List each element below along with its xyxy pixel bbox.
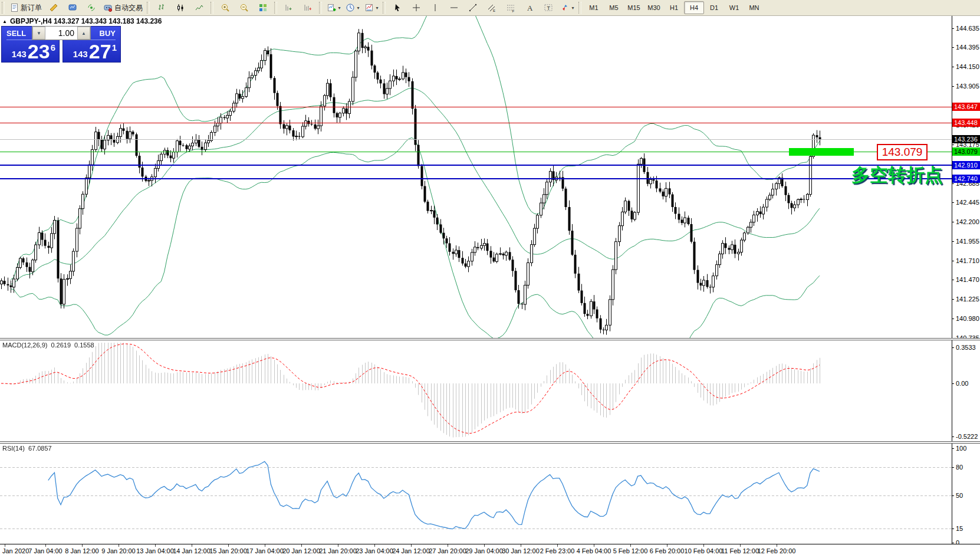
macd-tick — [952, 383, 954, 384]
text-button[interactable]: A — [520, 1, 539, 15]
volume-decrease-button[interactable]: ▾ — [32, 27, 45, 40]
cursor-button[interactable] — [388, 1, 407, 15]
crosshair-button[interactable] — [407, 1, 426, 15]
mt4-window: 新订单自动交易▾▾▾EFAT▾M1M5M15M30H1H4D1W1MN ▲ GB… — [0, 0, 980, 558]
rsi-tick-label: 80 — [956, 464, 963, 471]
vertical-line-button[interactable] — [426, 1, 445, 15]
equidistant-channel-button[interactable]: E — [482, 1, 501, 15]
horizontal-line-142.74[interactable] — [0, 178, 952, 179]
price-tick — [952, 47, 954, 48]
time-tick — [667, 544, 667, 547]
horizontal-line-143.448[interactable] — [0, 123, 952, 123]
horizontal-line-button[interactable] — [445, 1, 463, 15]
autotrading-button[interactable]: 自动交易 — [101, 1, 145, 15]
horizontal-line-143.647[interactable] — [0, 107, 952, 107]
time-tick — [228, 544, 229, 547]
indicators-button[interactable]: ▾ — [324, 1, 343, 15]
price-tick — [952, 241, 954, 242]
timeframe-m1-button[interactable]: M1 — [584, 1, 604, 14]
arrows-icon — [560, 3, 570, 12]
price-chart-canvas[interactable] — [0, 15, 952, 338]
timeframe-d1-button[interactable]: D1 — [704, 1, 724, 14]
time-tick — [777, 544, 777, 547]
volume-input[interactable]: 1.00 — [45, 27, 77, 40]
periods-button[interactable]: ▾ — [343, 1, 362, 15]
timeframe-w1-button[interactable]: W1 — [724, 1, 744, 14]
time-label: 6 Feb 20:00 — [650, 547, 685, 554]
horizontal-line-143.236[interactable] — [0, 139, 952, 140]
chart-marker-icon: ▲ — [2, 19, 7, 24]
trendline-button[interactable] — [463, 1, 482, 15]
indicators-icon — [327, 3, 336, 12]
pane-separator-rsi[interactable] — [0, 441, 980, 444]
line-chart-icon — [195, 3, 204, 12]
timeframe-m15-button[interactable]: M15 — [624, 1, 644, 14]
zoom-out-button[interactable] — [235, 1, 254, 15]
price-tag-143.647: 143.647 — [952, 103, 980, 111]
fibonacci-button[interactable]: F — [501, 1, 520, 15]
bar-chart-button[interactable] — [152, 1, 171, 15]
auto-scroll-button[interactable] — [279, 1, 298, 15]
metaeditor-icon — [49, 3, 58, 12]
time-axis[interactable]: Jan 20207 Jan 04:008 Jan 12:009 Jan 20:0… — [0, 544, 980, 558]
zoom-in-button[interactable] — [216, 1, 235, 15]
templates-button[interactable]: ▾ — [362, 1, 381, 15]
timeframe-mn-button[interactable]: MN — [744, 1, 764, 14]
timeframe-h4-button[interactable]: H4 — [684, 1, 704, 14]
time-tick — [448, 544, 448, 547]
toolbar-drag-handle — [2, 2, 5, 14]
time-tick — [484, 544, 485, 547]
rsi-canvas[interactable] — [0, 444, 952, 544]
symbol-info: ▲ GBPJPY-,H4 143.327 143.343 143.183 143… — [2, 17, 162, 25]
chart-shift-button[interactable] — [298, 1, 317, 15]
time-label: 14 Jan 12:00 — [173, 547, 211, 554]
pane-separator-macd[interactable] — [0, 338, 980, 340]
time-tick — [119, 544, 119, 547]
price-tick — [952, 28, 954, 29]
candlestick-chart-button[interactable] — [171, 1, 190, 15]
horizontal-line-142.91[interactable] — [0, 165, 952, 166]
line-chart-button[interactable] — [190, 1, 209, 15]
time-label: 20 Jan 12:00 — [282, 547, 320, 554]
time-label: 8 Jan 12:00 — [65, 547, 99, 554]
tile-windows-icon — [258, 3, 268, 12]
tile-windows-button[interactable] — [254, 1, 272, 15]
time-label: 29 Jan 04:00 — [465, 547, 503, 554]
time-label: 11 Feb 12:00 — [721, 547, 759, 554]
text-label-button[interactable]: T — [539, 1, 558, 15]
bar-chart-icon — [157, 3, 166, 12]
toolbar-drag-handle — [147, 2, 150, 14]
timeframe-h1-button[interactable]: H1 — [664, 1, 684, 14]
volume-increase-button[interactable]: ▴ — [77, 27, 90, 40]
highlight-rectangle[interactable] — [789, 148, 854, 156]
timeframe-m5-button[interactable]: M5 — [604, 1, 624, 14]
signals-button[interactable] — [82, 1, 101, 15]
macd-canvas[interactable] — [0, 340, 952, 441]
price-axis[interactable]: 144.635144.395144.150143.905143.660143.4… — [952, 15, 980, 544]
svg-text:T: T — [547, 5, 551, 11]
buy-price: 143 27 1 — [65, 42, 117, 61]
new-order-icon — [9, 3, 19, 12]
auto-scroll-icon — [284, 3, 294, 12]
time-tick — [5, 544, 5, 547]
time-tick — [703, 544, 704, 547]
macd-tick-label: 0.00 — [956, 380, 968, 387]
svg-text:F: F — [512, 9, 515, 13]
price-tag-143.236: 143.236 — [952, 135, 980, 143]
toolbar-drag-handle — [274, 2, 277, 14]
autotrading-icon — [103, 3, 113, 12]
metaeditor-button[interactable] — [44, 1, 63, 15]
fibo-icon: F — [506, 3, 515, 12]
turning-point-text[interactable]: 多空转折点 — [851, 163, 943, 188]
candlestick-icon — [176, 3, 185, 12]
macd-label: MACD(12,26,9) 0.2619 0.1558 — [2, 342, 94, 349]
new-order-button[interactable]: 新订单 — [7, 1, 44, 15]
toolbar-drag-handle — [578, 2, 581, 14]
symbol-ohlc-text: GBPJPY-,H4 143.327 143.343 143.183 143.2… — [10, 17, 162, 25]
arrows-button[interactable]: ▾ — [558, 1, 577, 15]
time-tick — [594, 544, 594, 547]
timeframe-m30-button[interactable]: M30 — [644, 1, 664, 14]
price-callout-label[interactable]: 143.079 — [877, 144, 928, 160]
market-button[interactable] — [63, 1, 82, 15]
time-label: 15 Jan 20:00 — [209, 547, 247, 554]
